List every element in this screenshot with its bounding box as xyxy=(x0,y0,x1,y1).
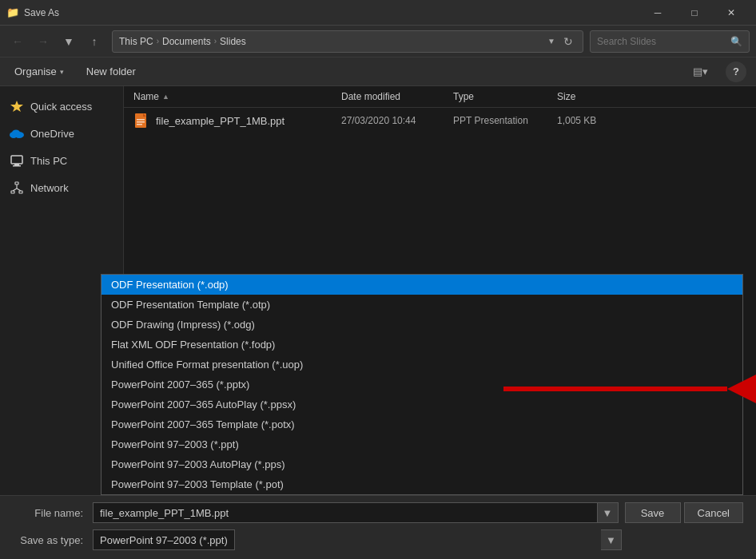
filename-label: File name: xyxy=(13,507,93,519)
column-date[interactable]: Date modified xyxy=(341,91,453,102)
back-button[interactable]: ← xyxy=(6,30,29,53)
table-row[interactable]: file_example_PPT_1MB.ppt 27/03/2020 10:4… xyxy=(124,108,756,133)
view-icon: ▤▾ xyxy=(693,65,708,77)
svg-line-11 xyxy=(13,188,17,191)
sidebar-item-thispc[interactable]: This PC xyxy=(0,147,123,174)
dropdown-option-pot[interactable]: PowerPoint 97–2003 Template (*.pot) xyxy=(101,474,742,494)
savetype-select[interactable]: PowerPoint 97–2003 (*.ppt) xyxy=(93,529,235,550)
address-dropdown-button[interactable]: ▼ xyxy=(547,37,555,46)
dropdown-option-odf-template[interactable]: ODF Presentation Template (*.otp) xyxy=(101,295,742,315)
svg-rect-6 xyxy=(13,165,21,167)
breadcrumb: This PC › Documents › Slides xyxy=(119,36,543,47)
filename-dropdown-button[interactable]: ▼ xyxy=(598,502,619,523)
column-size[interactable]: Size xyxy=(557,91,621,102)
sidebar-label-network: Network xyxy=(30,182,69,194)
save-button[interactable]: Save xyxy=(625,502,681,523)
recent-locations-button[interactable]: ▼ xyxy=(58,30,80,53)
sidebar-item-network[interactable]: Network xyxy=(0,174,123,201)
svg-rect-4 xyxy=(11,156,22,164)
network-icon xyxy=(10,180,24,195)
minimize-button[interactable]: ─ xyxy=(639,0,676,26)
bottom-bar: File name: ▼ Save Cancel Save as type: P… xyxy=(0,495,756,559)
toolbar: ← → ▼ ↑ This PC › Documents › Slides ▼ ↻… xyxy=(0,26,756,57)
action-bar: Organise ▾ New folder ▤▾ ? xyxy=(0,57,756,86)
svg-rect-7 xyxy=(15,182,18,184)
dropdown-option-ppsx[interactable]: PowerPoint 2007–365 AutoPlay (*.ppsx) xyxy=(101,394,742,414)
sort-arrow: ▲ xyxy=(162,93,169,101)
refresh-button[interactable]: ↻ xyxy=(560,34,576,50)
thispc-icon xyxy=(10,153,24,168)
organise-arrow: ▾ xyxy=(60,68,64,76)
dropdown-option-unified[interactable]: Unified Office Format presentation (*.uo… xyxy=(101,355,742,375)
file-list-header: Name ▲ Date modified Type Size xyxy=(124,86,756,108)
title-bar-controls: ─ □ ✕ xyxy=(639,0,750,26)
search-icon: 🔍 xyxy=(730,36,742,47)
dropdown-option-pps[interactable]: PowerPoint 97–2003 AutoPlay (*.pps) xyxy=(101,454,742,474)
close-button[interactable]: ✕ xyxy=(713,0,750,26)
filename-input[interactable] xyxy=(93,502,598,523)
savetype-label: Save as type: xyxy=(13,534,93,546)
file-name: file_example_PPT_1MB.ppt xyxy=(156,115,284,127)
file-icon xyxy=(133,113,149,129)
sidebar-label-onedrive: OneDrive xyxy=(30,128,74,140)
svg-rect-16 xyxy=(137,121,145,123)
svg-line-12 xyxy=(17,188,21,191)
dropdown-option-potx[interactable]: PowerPoint 2007–365 Template (*.potx) xyxy=(101,414,742,434)
svg-rect-17 xyxy=(137,124,142,125)
dropdown-option-pptx[interactable]: PowerPoint 2007–365 (*.pptx) xyxy=(101,375,742,394)
forward-button[interactable]: → xyxy=(32,30,54,53)
cancel-button[interactable]: Cancel xyxy=(684,502,743,523)
svg-rect-15 xyxy=(137,119,145,121)
address-bar[interactable]: This PC › Documents › Slides ▼ ↻ xyxy=(112,30,583,53)
savetype-row: Save as type: PowerPoint 97–2003 (*.ppt)… xyxy=(13,529,743,550)
file-name-cell: file_example_PPT_1MB.ppt xyxy=(133,113,341,129)
file-type: PPT Presentation xyxy=(453,115,557,126)
window-title: Save As xyxy=(24,7,59,18)
maximize-button[interactable]: □ xyxy=(676,0,713,26)
window-icon: 📁 xyxy=(6,6,19,19)
dropdown-option-odf-drawing[interactable]: ODF Drawing (Impress) (*.odg) xyxy=(101,315,742,335)
filename-row: File name: ▼ Save Cancel xyxy=(13,502,743,523)
svg-point-3 xyxy=(12,130,20,136)
onedrive-icon xyxy=(10,126,24,141)
svg-rect-9 xyxy=(19,191,22,193)
sidebar-item-onedrive[interactable]: OneDrive xyxy=(0,120,123,147)
sidebar-item-quickaccess[interactable]: Quick access xyxy=(0,93,123,120)
crumb-slides[interactable]: Slides xyxy=(220,36,246,47)
dropdown-option-flat-xml[interactable]: Flat XML ODF Presentation (*.fodp) xyxy=(101,335,742,355)
dropdown-option-odf[interactable]: ODF Presentation (*.odp) xyxy=(101,275,742,295)
dropdown-option-ppt[interactable]: PowerPoint 97–2003 (*.ppt) xyxy=(101,434,742,454)
crumb-thispc[interactable]: This PC xyxy=(119,36,153,47)
svg-rect-5 xyxy=(14,164,19,165)
organise-button[interactable]: Organise ▾ xyxy=(10,62,69,81)
view-button[interactable]: ▤▾ xyxy=(688,63,713,80)
search-box[interactable]: 🔍 xyxy=(590,30,750,53)
svg-rect-8 xyxy=(11,191,14,193)
help-button[interactable]: ? xyxy=(726,61,746,82)
quick-access-icon xyxy=(10,99,24,113)
search-input[interactable] xyxy=(597,36,726,47)
file-date: 27/03/2020 10:44 xyxy=(341,115,453,126)
sidebar-label-thispc: This PC xyxy=(30,155,67,167)
svg-marker-0 xyxy=(10,101,23,112)
savetype-dropdown: ODF Presentation (*.odp)ODF Presentation… xyxy=(101,274,743,495)
column-type[interactable]: Type xyxy=(453,91,557,102)
new-folder-button[interactable]: New folder xyxy=(82,62,141,81)
title-bar: 📁 Save As ─ □ ✕ xyxy=(0,0,756,26)
sidebar-label-quickaccess: Quick access xyxy=(30,101,92,113)
column-name[interactable]: Name ▲ xyxy=(133,91,341,102)
file-size: 1,005 KB xyxy=(557,115,621,126)
up-button[interactable]: ↑ xyxy=(83,30,105,53)
crumb-documents[interactable]: Documents xyxy=(162,36,211,47)
